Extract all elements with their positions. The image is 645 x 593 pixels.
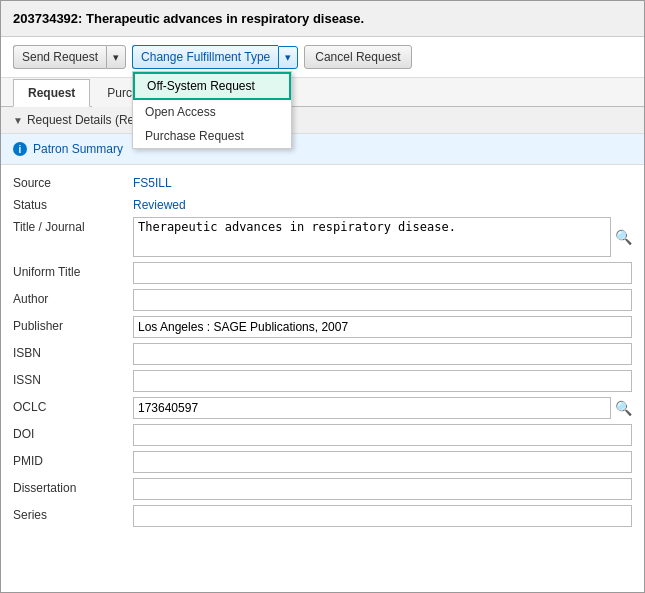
publisher-input[interactable] [133,316,632,338]
publisher-label: Publisher [13,316,133,333]
isbn-label: ISBN [13,343,133,360]
title-search-icon[interactable]: 🔍 [615,229,632,245]
dropdown-item-open-access[interactable]: Open Access [133,100,291,124]
doi-row: DOI [13,424,632,446]
isbn-row: ISBN [13,343,632,365]
pmid-input[interactable] [133,451,632,473]
page-container: 203734392: Therapeutic advances in respi… [0,0,645,593]
issn-label: ISSN [13,370,133,387]
change-fulfillment-wrapper: Change Fulfillment Type ▾ Off-System Req… [132,45,298,69]
change-fulfillment-button[interactable]: Change Fulfillment Type [132,45,278,69]
source-label: Source [13,173,133,190]
author-row: Author [13,289,632,311]
doi-label: DOI [13,424,133,441]
title-input[interactable]: Therapeutic advances in respiratory dise… [133,217,611,257]
source-value: FS5ILL [133,173,172,190]
uniform-title-input[interactable] [133,262,632,284]
title-row: Title / Journal Therapeutic advances in … [13,217,632,257]
source-row: Source FS5ILL [13,173,632,190]
dropdown-item-purchase-request[interactable]: Purchase Request [133,124,291,148]
dissertation-row: Dissertation [13,478,632,500]
send-request-button[interactable]: Send Request [13,45,106,69]
page-header: 203734392: Therapeutic advances in respi… [1,1,644,37]
info-icon: i [13,142,27,156]
oclc-input[interactable] [133,397,611,419]
series-label: Series [13,505,133,522]
send-request-dropdown-arrow[interactable]: ▾ [106,45,126,69]
fulfillment-arrow-icon: ▾ [285,51,291,63]
change-fulfillment-dropdown-arrow[interactable]: ▾ [278,46,298,69]
status-label: Status [13,195,133,212]
pmid-label: PMID [13,451,133,468]
patron-summary-label: Patron Summary [33,142,123,156]
dropdown-arrow-icon: ▾ [113,51,119,63]
uniform-title-label: Uniform Title [13,262,133,279]
dissertation-input[interactable] [133,478,632,500]
tabs-bar: Request Purchase [1,78,644,107]
status-value: Reviewed [133,195,186,212]
uniform-title-row: Uniform Title [13,262,632,284]
status-row: Status Reviewed [13,195,632,212]
cancel-request-button[interactable]: Cancel Request [304,45,411,69]
oclc-input-wrapper: 🔍 [133,397,632,419]
title-input-wrapper: Therapeutic advances in respiratory dise… [133,217,632,257]
page-title: 203734392: Therapeutic advances in respi… [13,11,364,26]
series-input[interactable] [133,505,632,527]
pmid-row: PMID [13,451,632,473]
patron-summary-bar: i Patron Summary [1,134,644,165]
publisher-row: Publisher [13,316,632,338]
dissertation-label: Dissertation [13,478,133,495]
doi-input[interactable] [133,424,632,446]
oclc-search-icon[interactable]: 🔍 [615,400,632,416]
issn-input[interactable] [133,370,632,392]
toolbar: Send Request ▾ Change Fulfillment Type ▾… [1,37,644,78]
title-label: Title / Journal [13,217,133,234]
dropdown-item-off-system[interactable]: Off-System Request [133,72,291,100]
oclc-label: OCLC [13,397,133,414]
section-collapse-arrow[interactable]: ▼ [13,115,23,126]
author-input[interactable] [133,289,632,311]
form-grid: Source FS5ILL Status Reviewed Title / Jo… [1,165,644,540]
isbn-input[interactable] [133,343,632,365]
section-header: ▼ Request Details (Request ID 203734392) [1,107,644,134]
series-row: Series [13,505,632,527]
author-label: Author [13,289,133,306]
tab-request[interactable]: Request [13,79,90,107]
change-fulfillment-button-group: Change Fulfillment Type ▾ [132,45,298,69]
fulfillment-dropdown-menu: Off-System Request Open Access Purchase … [132,71,292,149]
oclc-row: OCLC 🔍 [13,397,632,419]
send-request-button-group: Send Request ▾ [13,45,126,69]
issn-row: ISSN [13,370,632,392]
